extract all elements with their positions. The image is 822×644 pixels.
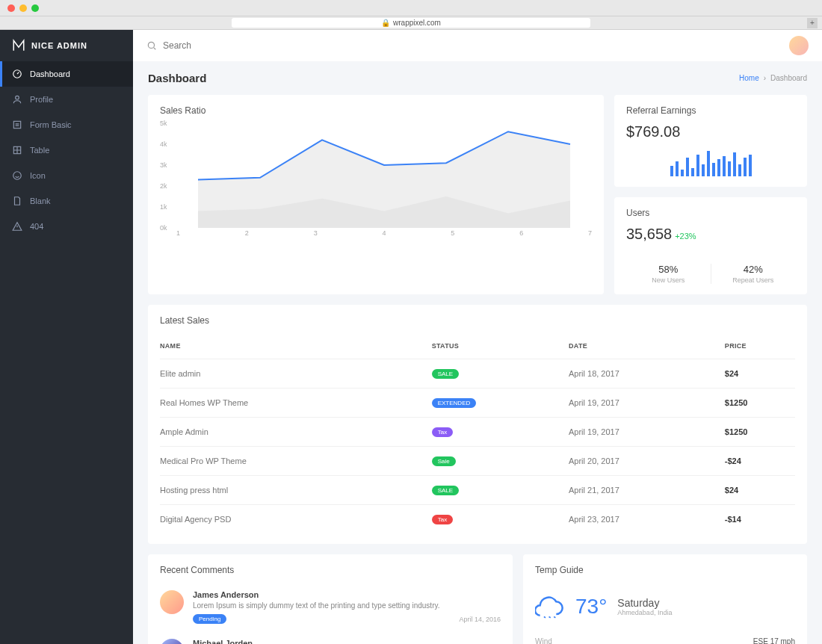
table-header: NAME [160, 333, 432, 359]
card-title: Referral Earnings [626, 105, 795, 116]
sidebar-item-404[interactable]: 404 [0, 214, 133, 239]
user-avatar[interactable] [789, 36, 809, 55]
sidebar-item-blank[interactable]: Blank [0, 188, 133, 214]
comment-status-badge: Pending [193, 614, 226, 624]
sidebar-item-label: Table [30, 146, 49, 155]
sidebar-item-icon[interactable]: Icon [0, 163, 133, 188]
sidebar: NICE ADMIN Dashboard Profile Form Basic … [0, 30, 133, 644]
card-title: Users [626, 208, 795, 218]
card-title: Recent Comments [160, 565, 501, 575]
temp-guide-card: Temp Guide 73° Saturday Ahmedabad, India… [523, 554, 807, 644]
sidebar-item-label: Profile [30, 95, 53, 104]
status-badge: Tax [432, 515, 453, 524]
window-max-icon[interactable] [31, 4, 39, 12]
sidebar-item-form[interactable]: Form Basic [0, 112, 133, 137]
alert-icon [12, 221, 22, 232]
status-badge: SALE [432, 486, 459, 495]
breadcrumb-home[interactable]: Home [739, 74, 759, 82]
table-header: STATUS [432, 333, 569, 359]
user-icon [12, 94, 22, 105]
card-title: Temp Guide [535, 565, 795, 575]
browser-titlebar [0, 0, 822, 16]
sales-table: NAMESTATUSDATEPRICE Elite adminSALEApril… [160, 333, 795, 533]
status-badge: Tax [432, 427, 453, 437]
sidebar-item-label: Icon [30, 171, 46, 180]
repeat-users-label: Repeat Users [711, 276, 796, 284]
table-row[interactable]: Real Homes WP ThemeEXTENDEDApril 19, 201… [160, 388, 795, 418]
sidebar-item-label: Form Basic [30, 120, 72, 129]
comment-text: Lorem Ipsum is simply dummy text of the … [193, 601, 501, 610]
sidebar-item-dashboard[interactable]: Dashboard [0, 61, 133, 87]
svg-point-5 [148, 42, 154, 48]
search-input[interactable] [163, 40, 312, 51]
new-tab-button[interactable]: + [807, 18, 818, 28]
sidebar-item-profile[interactable]: Profile [0, 87, 133, 112]
comment-avatar[interactable] [160, 639, 184, 644]
search-icon [146, 40, 157, 51]
svg-point-1 [16, 96, 19, 99]
table-row[interactable]: Digital Agency PSDTaxApril 23, 2017-$14 [160, 505, 795, 534]
chevron-right-icon: › [764, 74, 766, 82]
breadcrumb: Home › Dashboard [739, 74, 807, 82]
brand[interactable]: NICE ADMIN [0, 30, 133, 61]
table-row[interactable]: Ample AdminTaxApril 19, 2017$1250 [160, 418, 795, 447]
svg-point-4 [13, 172, 22, 180]
temp-value: 73° [575, 595, 607, 619]
card-title: Sales Ratio [160, 105, 592, 116]
users-delta: +23% [675, 232, 696, 241]
table-header: PRICE [725, 333, 795, 359]
new-users-label: New Users [626, 276, 711, 284]
status-badge: SALE [432, 369, 459, 379]
comment-author: James Anderson [193, 590, 501, 599]
table-row[interactable]: Hosting press htmlSALEApril 21, 2017$24 [160, 476, 795, 505]
sales-ratio-card: Sales Ratio 0k1k2k3k4k5k 1234567 [148, 95, 604, 294]
window-min-icon[interactable] [19, 4, 27, 12]
smile-icon [12, 170, 22, 181]
window-close-icon[interactable] [7, 4, 15, 12]
comment-avatar[interactable] [160, 590, 184, 614]
sidebar-item-label: Blank [30, 196, 51, 205]
form-icon [12, 120, 22, 130]
temp-day: Saturday [617, 597, 672, 609]
temp-location: Ahmedabad, India [617, 609, 672, 616]
card-title: Latest Sales [160, 315, 795, 326]
comment-author: Michael Jorden [193, 639, 501, 644]
sidebar-item-table[interactable]: Table [0, 137, 133, 163]
gauge-icon [12, 69, 22, 79]
breadcrumb-current: Dashboard [770, 74, 807, 82]
svg-rect-2 [13, 121, 20, 128]
users-value: 35,658 [626, 226, 672, 242]
page-title: Dashboard [148, 72, 206, 84]
repeat-users-pct: 42% [711, 264, 796, 275]
browser-url[interactable]: 🔒wrappixel.com [232, 18, 590, 28]
comment-item: Michael JordenLorem Ipsum is simply dumm… [160, 631, 501, 644]
table-row[interactable]: Elite adminSALEApril 18, 2017$24 [160, 359, 795, 388]
new-users-pct: 58% [626, 264, 711, 275]
table-header: DATE [569, 333, 725, 359]
sidebar-item-label: 404 [30, 222, 43, 231]
status-badge: Sale [432, 456, 456, 466]
earnings-value: $769.08 [626, 123, 795, 140]
recent-comments-card: Recent Comments James AndersonLorem Ipsu… [148, 554, 513, 644]
table-row[interactable]: Medical Pro WP ThemeSaleApril 20, 2017-$… [160, 447, 795, 476]
sidebar-item-label: Dashboard [30, 69, 70, 78]
brand-text: NICE ADMIN [31, 41, 87, 50]
earnings-sparkline [626, 151, 795, 176]
sales-ratio-chart: 0k1k2k3k4k5k [160, 123, 592, 228]
comment-item: James AndersonLorem Ipsum is simply dumm… [160, 583, 501, 631]
topbar [133, 30, 822, 61]
file-icon [12, 196, 22, 206]
table-icon [12, 145, 22, 155]
weather-stat-row: WindESE 17 mph [535, 631, 795, 644]
browser-address-bar: 🔒wrappixel.com + [0, 16, 822, 30]
users-card: Users 35,658+23% 58%New Users 42%Repeat … [614, 197, 807, 294]
logo-icon [12, 39, 25, 52]
status-badge: EXTENDED [432, 398, 477, 408]
referral-earnings-card: Referral Earnings $769.08 [614, 95, 807, 187]
comment-date: April 14, 2016 [459, 616, 501, 623]
latest-sales-card: Latest Sales NAMESTATUSDATEPRICE Elite a… [148, 305, 807, 544]
weather-rain-icon [535, 592, 565, 622]
